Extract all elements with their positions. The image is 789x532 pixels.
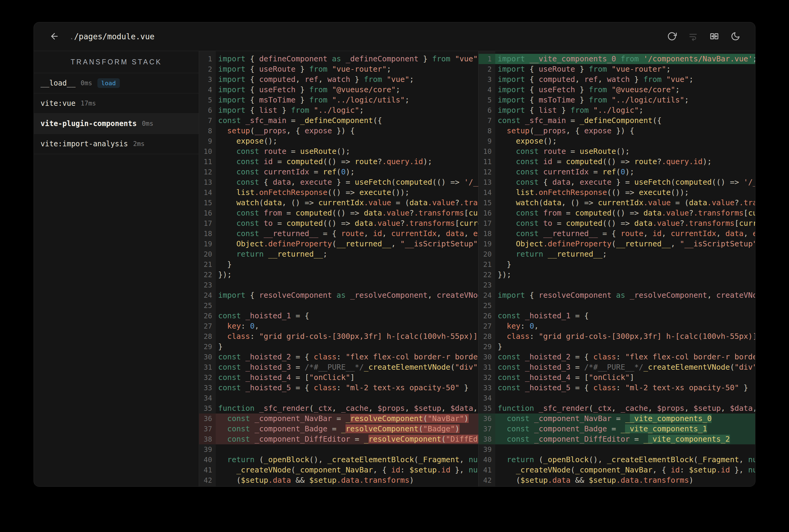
code-text: import { computed, ref, watch } from "vu… — [216, 74, 478, 84]
code-line: 41 _createVNode(_component_NavBar, { id:… — [199, 465, 478, 475]
line-number: 32 — [199, 373, 216, 383]
plugin-time: 0ms — [81, 79, 92, 87]
line-number: 31 — [479, 362, 495, 373]
code-text: class: "grid grid-cols-[300px,3fr] h-[ca… — [216, 331, 478, 342]
code-text: key: 0, — [216, 321, 478, 331]
line-number: 24 — [479, 290, 495, 301]
code-text: import { resolveComponent as _resolveCom… — [495, 290, 755, 301]
line-number: 23 — [199, 280, 216, 290]
line-number: 3 — [199, 74, 216, 84]
arrow-left-icon — [50, 32, 59, 42]
line-number: 18 — [199, 229, 216, 239]
code-text: const _hoisted_5 = { class: "ml-2 text-x… — [495, 383, 755, 393]
code-text: return __returned__; — [216, 249, 478, 259]
code-text: const _component_DiffEditor = _resolveCo… — [216, 434, 478, 444]
code-text: const _component_NavBar = _resolveCompon… — [216, 414, 478, 424]
load-badge: load — [97, 78, 120, 88]
back-button[interactable] — [49, 31, 60, 43]
code-text — [216, 444, 478, 455]
code-text: setup(__props, { expose }) { — [216, 126, 478, 136]
code-text: const _sfc_main = _defineComponent({ — [495, 115, 755, 126]
code-text: function _sfc_render(_ctx, _cache, $prop… — [216, 403, 478, 414]
line-number: 42 — [199, 475, 216, 486]
line-number: 1 — [479, 54, 495, 64]
plugin-name: vite:import-analysis — [40, 140, 128, 148]
diff-panes: 1import { defineComponent as _defineComp… — [199, 51, 755, 486]
code-text: const _hoisted_5 = { class: "ml-2 text-x… — [216, 383, 478, 393]
code-text: list.onFetchResponse(() => execute()); — [216, 187, 478, 198]
line-number: 23 — [479, 280, 495, 290]
code-text: import { msToTime } from "../logic/utils… — [216, 95, 478, 105]
code-pane-after[interactable]: 1import __vite_components_0 from '/compo… — [478, 51, 755, 486]
code-text: const to = computed(() => data.value?.tr… — [216, 218, 478, 229]
code-line: 32const _hoisted_4 = ["onClick"] — [199, 373, 478, 383]
code-text: }); — [216, 270, 478, 280]
code-line: 25 — [479, 301, 755, 311]
code-text: import __vite_components_0 from '/compon… — [495, 54, 755, 64]
line-number: 38 — [199, 434, 216, 444]
plugin-time: 0ms — [142, 120, 153, 127]
code-text: const _hoisted_3 = /*#__PURE__*/_createE… — [216, 362, 478, 373]
code-text: import { msToTime } from "../logic/utils… — [495, 95, 755, 105]
code-line: 8 setup(__props, { expose }) { — [479, 126, 755, 136]
line-number: 12 — [479, 167, 495, 177]
line-number: 9 — [199, 136, 216, 146]
code-pane-before[interactable]: 1import { defineComponent as _defineComp… — [199, 51, 478, 486]
code-text: ($setup.data && $setup.data.transforms) — [495, 475, 755, 486]
inspect-window: ./pages/module.vue — [34, 22, 755, 487]
code-line: 20 return __returned__; — [479, 249, 755, 259]
sidebar-item-vite-plugin-components[interactable]: vite-plugin-components0ms — [34, 114, 199, 134]
code-text: const from = computed(() => data.value?.… — [495, 208, 755, 218]
code-line: 35function _sfc_render(_ctx, _cache, $pr… — [199, 403, 478, 414]
diff-panels-icon — [710, 32, 719, 42]
code-line: 40 return (_openBlock(), _createElementB… — [199, 455, 478, 465]
code-text: const _hoisted_1 = { — [495, 311, 755, 321]
code-text: function _sfc_render(_ctx, _cache, $prop… — [495, 403, 755, 414]
top-bar: ./pages/module.vue — [34, 22, 755, 51]
code-text: class: "grid grid-cols-[300px,3fr] h-[ca… — [495, 331, 755, 342]
code-text: const id = computed(() => route?.query.i… — [495, 156, 755, 167]
code-text: const route = useRoute(); — [216, 146, 478, 156]
sidebar-item-load[interactable]: __load__0msload — [34, 73, 199, 93]
code-text: import { useRoute } from "vue-router"; — [495, 64, 755, 74]
line-number: 24 — [199, 290, 216, 301]
code-line: 22}); — [199, 270, 478, 280]
line-number: 10 — [479, 146, 495, 156]
line-number: 14 — [199, 187, 216, 198]
code-line: 16 const from = computed(() => data.valu… — [479, 208, 755, 218]
code-text: const __returned__ = { route, id, curren… — [495, 229, 755, 239]
sidebar-item-vite-vue[interactable]: vite:vue17ms — [34, 93, 199, 114]
module-path: /pages/module.vue — [74, 32, 154, 41]
code-text: const currentIdx = ref(0); — [495, 167, 755, 177]
code-text: const { data, execute } = useFetch(compu… — [495, 177, 755, 187]
code-line: 25 — [199, 301, 478, 311]
dark-mode-button[interactable] — [729, 31, 741, 43]
line-number: 7 — [479, 115, 495, 126]
code-text — [216, 301, 478, 311]
code-line: 30const _hoisted_2 = { class: "flex flex… — [199, 352, 478, 362]
line-number: 26 — [199, 311, 216, 321]
line-number: 34 — [199, 393, 216, 403]
code-line: 6import { list } from "../logic"; — [199, 105, 478, 115]
refresh-button[interactable] — [666, 31, 678, 43]
transform-stack-header: TRANSFORM STACK — [34, 51, 199, 73]
code-text: setup(__props, { expose }) { — [495, 126, 755, 136]
code-text: import { list } from "../logic"; — [495, 105, 755, 115]
line-wrap-button[interactable] — [687, 31, 699, 43]
line-number: 3 — [479, 74, 495, 84]
diff-view-button[interactable] — [708, 31, 720, 43]
line-number: 34 — [479, 393, 495, 403]
sidebar-item-vite-import-analysis[interactable]: vite:import-analysis2ms — [34, 134, 199, 154]
code-line: 38 const _component_DiffEditor = _resolv… — [199, 434, 478, 444]
line-number: 6 — [479, 105, 495, 115]
line-number: 7 — [199, 115, 216, 126]
line-number: 1 — [199, 54, 216, 64]
line-number: 22 — [199, 270, 216, 280]
line-number: 35 — [479, 403, 495, 414]
line-number: 39 — [199, 444, 216, 455]
code-text: const { data, execute } = useFetch(compu… — [216, 177, 478, 187]
line-number: 30 — [199, 352, 216, 362]
code-text: _createVNode(_component_NavBar, { id: $s… — [495, 465, 755, 475]
line-number: 40 — [199, 455, 216, 465]
code-text: import { computed, ref, watch } from "vu… — [495, 74, 755, 84]
